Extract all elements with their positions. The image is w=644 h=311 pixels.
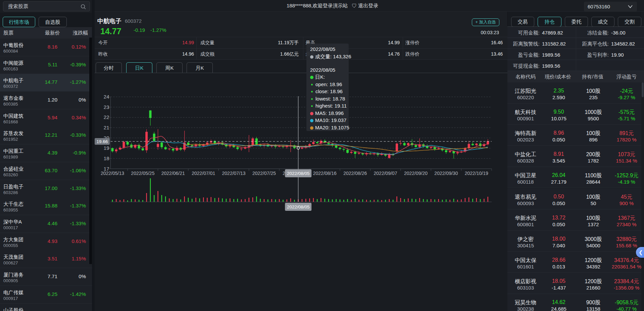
svg-text:18: 18 [104, 156, 109, 161]
svg-text:2022/07/25: 2022/07/25 [252, 171, 276, 176]
svg-text:2022/09/07: 2022/09/07 [374, 171, 397, 176]
svg-text:2022/09/30: 2022/09/30 [434, 171, 458, 176]
svg-text:2022/05/25: 2022/05/25 [131, 171, 154, 176]
svg-text:21: 21 [104, 125, 109, 130]
svg-text:2022/07/13: 2022/07/13 [222, 171, 246, 176]
svg-text:2022/05/13: 2022/05/13 [101, 171, 124, 176]
svg-text:2022/09/20: 2022/09/20 [404, 171, 428, 176]
svg-text:22: 22 [104, 114, 109, 120]
svg-text:2022/08/05: 2022/08/05 [287, 204, 310, 209]
svg-text:2022/08/16: 2022/08/16 [313, 171, 337, 176]
svg-text:2022/08/05: 2022/08/05 [287, 171, 310, 176]
svg-text:23: 23 [104, 104, 109, 110]
svg-text:19.66: 19.66 [97, 139, 108, 144]
svg-text:2022/06/21: 2022/06/21 [161, 171, 185, 176]
svg-text:2022/08/26: 2022/08/26 [343, 171, 367, 176]
svg-text:2022/07/01: 2022/07/01 [192, 171, 215, 176]
svg-text:2022/10/19: 2022/10/19 [465, 171, 488, 176]
svg-text:24: 24 [104, 94, 109, 100]
svg-text:19: 19 [104, 145, 109, 151]
